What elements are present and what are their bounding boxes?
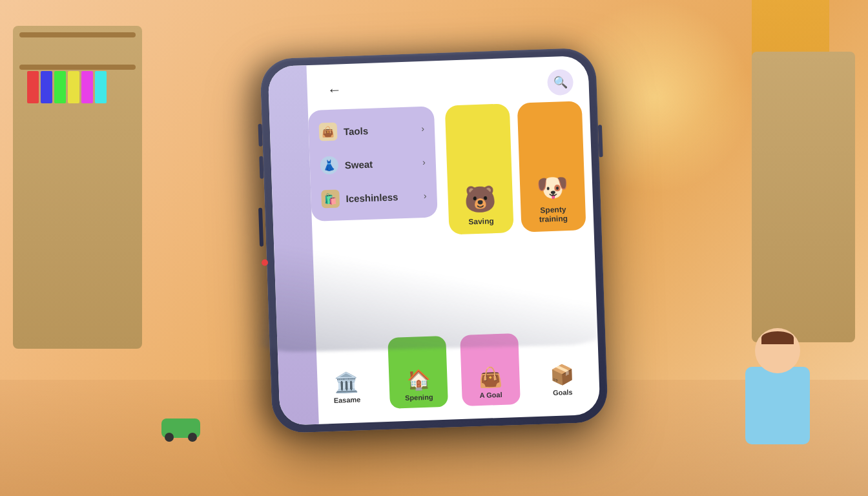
small-label-goals: Goals xyxy=(553,388,573,397)
search-icon: 🔍 xyxy=(553,75,568,90)
toy-car xyxy=(161,418,200,438)
card-icon-saving: 🐻 xyxy=(464,183,497,215)
small-icon-goals: 📦 xyxy=(550,363,574,386)
grid-card-spenty-training[interactable]: 🐶 Spenty training xyxy=(517,101,586,232)
menu-label-taols: Taols xyxy=(344,125,369,136)
menu-item-left-sweat: 👗 Sweat xyxy=(320,155,373,175)
menu-label-iceshinless: Iceshinless xyxy=(346,191,398,204)
menu-card: 👜 Taols › 👗 Sweat › 🛍️ Iceshinless › xyxy=(308,106,438,222)
menu-item-left-taols: 👜 Taols xyxy=(319,121,369,141)
card-icon-spenty-training: 🐶 xyxy=(535,172,569,203)
menu-chevron-taols: › xyxy=(421,123,424,134)
child-figure xyxy=(745,367,810,444)
menu-chevron-sweat: › xyxy=(422,157,426,167)
small-label-spening: Spening xyxy=(405,393,433,402)
small-label-a-goal: A Goal xyxy=(479,391,502,399)
menu-item-iceshinless[interactable]: 🛍️ Iceshinless › xyxy=(311,178,438,216)
grid-top: 🐻 Saving 🐶 Spenty training xyxy=(445,101,586,234)
small-label-easame: Easame xyxy=(334,396,361,404)
bookshelf-left xyxy=(13,26,142,349)
search-button[interactable]: 🔍 xyxy=(547,69,574,96)
card-label-saving: Saving xyxy=(468,216,494,226)
top-bar: ← 🔍 xyxy=(322,69,574,104)
menu-item-left-iceshinless: 🛍️ Iceshinless xyxy=(321,187,398,208)
menu-icon-glyph-iceshinless: 🛍️ xyxy=(324,192,337,205)
bookshelf-right xyxy=(752,52,855,342)
small-icon-spening: 🏠 xyxy=(406,368,431,391)
menu-icon-taols: 👜 xyxy=(319,123,338,141)
phone-wrapper: ← 🔍 👜 Taols › 👗 Sweat xyxy=(260,48,608,434)
vol-down-button xyxy=(259,156,264,179)
small-icon-easame: 🏛️ xyxy=(334,371,358,394)
menu-chevron-iceshinless: › xyxy=(424,191,427,201)
menu-icon-sweat: 👗 xyxy=(320,156,338,175)
menu-icon-glyph-sweat: 👗 xyxy=(323,159,336,172)
card-label-spenty-training: Spenty training xyxy=(528,205,578,225)
menu-icon-glyph-taols: 👜 xyxy=(322,125,335,138)
menu-item-sweat[interactable]: 👗 Sweat › xyxy=(309,145,437,183)
grid-card-saving[interactable]: 🐻 Saving xyxy=(445,103,514,234)
back-button[interactable]: ← xyxy=(322,78,346,102)
back-arrow-icon: ← xyxy=(327,81,342,99)
menu-item-taols[interactable]: 👜 Taols › xyxy=(308,111,435,149)
menu-label-sweat: Sweat xyxy=(345,158,373,170)
vol-up-button xyxy=(258,124,263,147)
side-dot xyxy=(262,259,268,265)
menu-icon-iceshinless: 🛍️ xyxy=(321,189,340,208)
phone-reflection xyxy=(264,232,608,353)
small-icon-a-goal: 👜 xyxy=(478,366,502,389)
